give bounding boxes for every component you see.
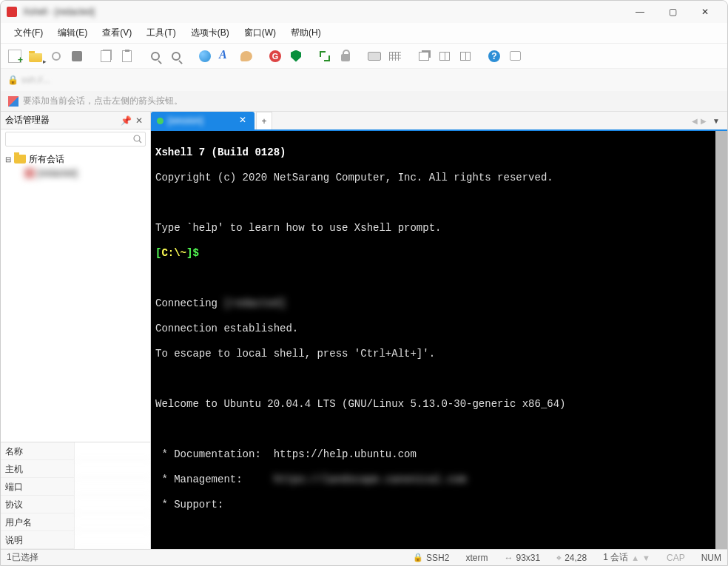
color-button[interactable]	[237, 47, 256, 66]
grid-button[interactable]	[385, 47, 405, 66]
letter-g-icon: G	[269, 50, 281, 62]
menu-window[interactable]: 窗口(W)	[237, 24, 283, 42]
prop-name-label: 名称	[1, 442, 75, 460]
tile-h-icon	[460, 52, 471, 61]
status-pos: ⌖ 24,28	[556, 553, 587, 563]
disconnect-button[interactable]	[67, 47, 87, 66]
tile-h-button[interactable]	[456, 47, 475, 66]
hint-bar: 要添加当前会话，点击左侧的箭头按钮。	[1, 91, 727, 112]
tile-button[interactable]	[435, 47, 454, 66]
status-dot-icon	[157, 118, 164, 124]
prop-port-value	[75, 478, 150, 496]
keyboard-button[interactable]	[365, 47, 384, 66]
language-button[interactable]	[195, 47, 215, 66]
minimize-button[interactable]: —	[624, 1, 656, 23]
prop-port-label: 端口	[1, 478, 75, 496]
globe-icon	[199, 50, 211, 62]
search-icon	[172, 52, 181, 61]
terminal-scrollbar[interactable]	[715, 131, 727, 549]
tree-item[interactable]: [redacted]	[1, 166, 150, 180]
tab-prev-icon[interactable]: ◀	[692, 117, 698, 125]
open-button[interactable]	[26, 47, 45, 66]
tile-icon	[439, 52, 450, 61]
lock-icon: 🔒	[413, 553, 423, 562]
address-bar[interactable]: 🔒 ssh://...	[1, 69, 727, 91]
terminal-line: Connecting [redacted]	[155, 297, 723, 310]
prop-host-label: 主机	[1, 460, 75, 478]
window-title: Xshell - [redacted]	[23, 7, 95, 17]
new-session-button[interactable]	[5, 47, 24, 66]
prop-protocol-label: 协议	[1, 496, 75, 513]
session-search-input[interactable]	[5, 132, 146, 146]
search-icon	[151, 52, 160, 61]
chevron-down-icon: ▼	[642, 553, 650, 562]
tree-root-label: 所有会话	[29, 153, 64, 166]
terminal-line: Type `help' to learn how to use Xshell p…	[155, 222, 723, 235]
tab-add-button[interactable]: +	[256, 112, 272, 129]
tab-close-button[interactable]: ✕	[237, 115, 249, 127]
lock-icon	[341, 54, 350, 61]
fullscreen-button[interactable]	[315, 47, 334, 66]
font-button[interactable]: A	[216, 47, 235, 66]
status-bar: 1已选择 🔒SSH2 xterm ↔ 93x31 ⌖ 24,28 1 会话 ▲ …	[1, 549, 727, 565]
prop-name-value	[75, 442, 150, 460]
terminal[interactable]: Xshell 7 (Build 0128) Copyright (c) 2020…	[151, 131, 727, 549]
maximize-button[interactable]: ▢	[656, 1, 689, 23]
menu-file[interactable]: 文件(F)	[7, 24, 50, 42]
shield-button[interactable]	[286, 47, 306, 66]
tab-label: [session]	[168, 115, 232, 126]
scroll-thumb[interactable]	[715, 131, 727, 549]
terminal-prompt: [C:\~]$	[155, 247, 723, 260]
lock-icon: 🔒	[8, 75, 17, 85]
terminal-line: Welcome to Ubuntu 20.04.4 LTS (GNU/Linux…	[155, 398, 723, 411]
prop-desc-value	[75, 531, 150, 549]
g-button[interactable]: G	[266, 47, 285, 66]
paste-icon	[122, 50, 132, 62]
close-button[interactable]: ✕	[689, 1, 721, 23]
terminal-line: Connection established.	[155, 323, 723, 335]
palette-icon	[240, 51, 252, 61]
session-tree[interactable]: ⊟ 所有会话 [redacted]	[1, 149, 150, 442]
plug-icon	[72, 51, 82, 61]
terminal-line	[155, 197, 723, 209]
paste-button[interactable]	[117, 47, 136, 66]
prop-user-value	[75, 513, 150, 531]
reconnect-button[interactable]	[47, 47, 66, 66]
tree-collapse-icon[interactable]: ⊟	[5, 155, 14, 164]
terminal-line	[155, 524, 723, 536]
lock-button[interactable]	[336, 47, 355, 66]
terminal-line	[155, 423, 723, 436]
menubar: 文件(F) 编辑(E) 查看(V) 工具(T) 选项卡(B) 窗口(W) 帮助(…	[1, 23, 727, 44]
terminal-line: Copyright (c) 2020 NetSarang Computer, I…	[155, 172, 723, 184]
address-text: ssh://...	[21, 75, 50, 85]
help-button[interactable]: ?	[485, 47, 504, 66]
tree-root[interactable]: ⊟ 所有会话	[1, 152, 150, 166]
copy-button[interactable]	[96, 47, 115, 66]
status-term: xterm	[465, 553, 488, 563]
terminal-zone: [session] ✕ + ◀ ▶ ▼ Xshell 7 (Build 0128…	[151, 112, 727, 549]
cascade-button[interactable]	[414, 47, 434, 66]
menu-tools[interactable]: 工具(T)	[139, 24, 183, 42]
document-plus-icon	[8, 50, 21, 63]
note-button[interactable]	[505, 47, 525, 66]
menu-options[interactable]: 选项卡(B)	[183, 24, 237, 42]
menu-help[interactable]: 帮助(H)	[283, 24, 328, 42]
find-next-button[interactable]	[166, 47, 186, 66]
tab-active[interactable]: [session] ✕	[151, 112, 255, 129]
font-icon: A	[219, 50, 232, 63]
panel-header: 会话管理器 📌 ✕	[1, 112, 150, 129]
pin-button[interactable]: 📌	[119, 115, 132, 126]
prop-host-value	[75, 460, 150, 478]
tab-nav: ◀ ▶ ▼	[687, 112, 727, 129]
tab-next-icon[interactable]: ▶	[701, 117, 707, 125]
panel-title: 会话管理器	[5, 114, 50, 127]
toolbar: A G ?	[1, 44, 727, 69]
menu-edit[interactable]: 编辑(E)	[50, 24, 95, 42]
status-num: NUM	[701, 553, 721, 563]
menu-view[interactable]: 查看(V)	[95, 24, 139, 42]
panel-close-button[interactable]: ✕	[132, 115, 146, 126]
find-button[interactable]	[146, 47, 165, 66]
cascade-icon	[419, 52, 429, 61]
tab-menu-button[interactable]: ▼	[710, 117, 723, 125]
status-sessions[interactable]: 1 会话 ▲ ▼	[603, 551, 650, 564]
